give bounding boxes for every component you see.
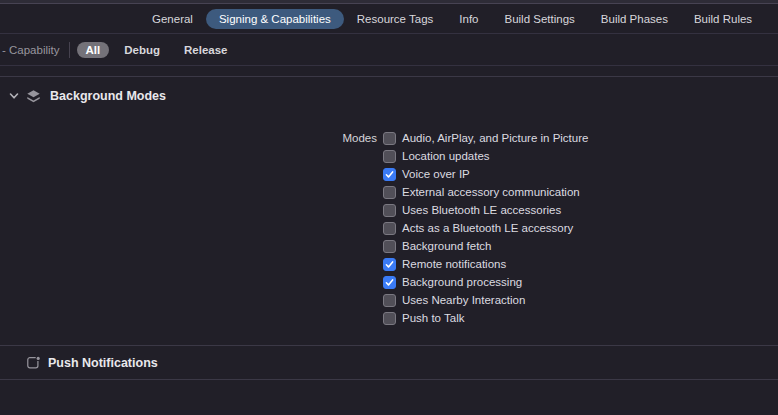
mode-label: Push to Talk <box>402 312 464 324</box>
push-notifications-section[interactable]: Push Notifications <box>0 345 778 380</box>
background-modes-icon <box>26 89 41 104</box>
scope-all[interactable]: All <box>77 42 110 58</box>
mode-checkbox-location-updates[interactable] <box>383 150 396 163</box>
mode-label: Audio, AirPlay, and Picture in Picture <box>402 132 588 144</box>
mode-row: Remote notifications <box>383 255 588 273</box>
mode-checkbox-external-accessory-communication[interactable] <box>383 186 396 199</box>
tab-build-rules[interactable]: Build Rules <box>681 9 765 29</box>
scope-debug[interactable]: Debug <box>115 42 169 58</box>
mode-row: External accessory communication <box>383 183 588 201</box>
modes-field: Modes Audio, AirPlay, and Picture in Pic… <box>0 129 778 327</box>
mode-checkbox-remote-notifications[interactable] <box>383 258 396 271</box>
mode-row: Location updates <box>383 147 588 165</box>
mode-checkbox-push-to-talk[interactable] <box>383 312 396 325</box>
mode-label: Background processing <box>402 276 522 288</box>
mode-label: Uses Bluetooth LE accessories <box>402 204 561 216</box>
mode-label: Uses Nearby Interaction <box>402 294 525 306</box>
mode-checkbox-acts-as-a-bluetooth-le-accessory[interactable] <box>383 222 396 235</box>
mode-row: Uses Bluetooth LE accessories <box>383 201 588 219</box>
tab-signing-capabilities[interactable]: Signing & Capabilities <box>206 9 344 29</box>
tab-info[interactable]: Info <box>446 9 491 29</box>
mode-checkbox-uses-bluetooth-le-accessories[interactable] <box>383 204 396 217</box>
section-title: Push Notifications <box>48 356 158 370</box>
section-title: Background Modes <box>50 89 166 103</box>
mode-row: Background processing <box>383 273 588 291</box>
push-notifications-icon <box>26 355 41 370</box>
scope-release[interactable]: Release <box>175 42 236 58</box>
modes-field-label: Modes <box>0 129 377 327</box>
mode-row: Acts as a Bluetooth LE accessory <box>383 219 588 237</box>
mode-checkbox-background-fetch[interactable] <box>383 240 396 253</box>
mode-row: Push to Talk <box>383 309 588 327</box>
mode-row: Background fetch <box>383 237 588 255</box>
mode-checkbox-voice-over-ip[interactable] <box>383 168 396 181</box>
tab-bar: GeneralSigning & CapabilitiesResource Ta… <box>0 4 778 34</box>
background-modes-header[interactable]: Background Modes <box>0 77 778 115</box>
mode-row: Uses Nearby Interaction <box>383 291 588 309</box>
mode-checkbox-background-processing[interactable] <box>383 276 396 289</box>
mode-label: Location updates <box>402 150 490 162</box>
mode-label: Background fetch <box>402 240 492 252</box>
mode-label: Voice over IP <box>402 168 470 180</box>
tab-general[interactable]: General <box>139 9 206 29</box>
mode-checkbox-uses-nearby-interaction[interactable] <box>383 294 396 307</box>
mode-checkbox-audio-airplay-and-picture-in-picture[interactable] <box>383 132 396 145</box>
tab-build-phases[interactable]: Build Phases <box>588 9 681 29</box>
background-modes-section: Background Modes Modes Audio, AirPlay, a… <box>0 76 778 327</box>
tab-build-settings[interactable]: Build Settings <box>491 9 587 29</box>
add-capability-button[interactable]: - Capability <box>2 44 60 56</box>
mode-row: Voice over IP <box>383 165 588 183</box>
scope-segmented-control: AllDebugRelease <box>77 42 243 58</box>
mode-label: Acts as a Bluetooth LE accessory <box>402 222 573 234</box>
mode-label: Remote notifications <box>402 258 506 270</box>
mode-label: External accessory communication <box>402 186 580 198</box>
capability-filter-bar: - Capability AllDebugRelease <box>0 34 778 66</box>
tab-resource-tags[interactable]: Resource Tags <box>344 9 447 29</box>
vertical-divider <box>69 42 70 58</box>
capabilities-pane: Background Modes Modes Audio, AirPlay, a… <box>0 66 778 380</box>
chevron-down-icon[interactable] <box>9 91 19 101</box>
modes-list: Audio, AirPlay, and Picture in PictureLo… <box>383 129 588 327</box>
mode-row: Audio, AirPlay, and Picture in Picture <box>383 129 588 147</box>
